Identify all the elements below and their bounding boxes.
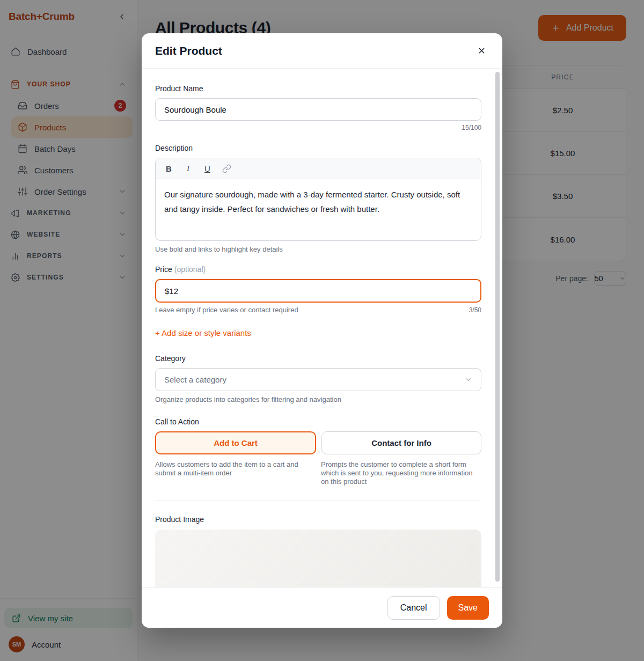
cta-section: Call to Action Add to Cart Contact for I… [155,417,481,486]
cta-option-add-to-cart[interactable]: Add to Cart [155,431,316,454]
product-image-label: Product Image [155,515,481,524]
cta-contact-description: Prompts the customer to complete a short… [321,460,481,486]
link-icon[interactable] [219,161,234,176]
underline-icon[interactable]: U [200,161,215,176]
price-helper: Leave empty if price varies or contact r… [155,306,298,314]
category-select[interactable]: Select a category [155,368,481,391]
description-helper: Use bold and links to highlight key deta… [155,245,481,253]
editor-toolbar: B I U [156,158,481,179]
save-button[interactable]: Save [447,596,489,620]
category-label: Category [155,354,481,363]
modal-header: Edit Product [142,33,502,69]
product-name-counter: 15/100 [155,124,481,131]
product-image-section: Product Image [155,515,481,587]
price-helper-row: Leave empty if price varies or contact r… [155,306,481,314]
category-section: Category Select a category Organize prod… [155,354,481,403]
price-input[interactable] [155,279,481,303]
category-placeholder: Select a category [164,375,226,384]
edit-product-modal: Edit Product Product Name 15/100 Descrip… [142,33,502,628]
italic-icon[interactable]: I [181,161,195,176]
cancel-button[interactable]: Cancel [387,596,440,620]
description-textarea[interactable]: Our signature sourdough, made with a 3-d… [156,179,481,240]
price-section: Price (optional) Leave empty if price va… [155,265,481,314]
cta-add-to-cart-description: Allows customers to add the item to a ca… [155,460,316,486]
bold-icon[interactable]: B [162,161,176,176]
price-counter: 3/50 [469,306,481,314]
product-name-section: Product Name 15/100 [155,84,481,131]
description-section: Description B I U Our signature sourdoug… [155,144,481,253]
modal-scrollbar[interactable] [495,72,500,582]
price-label: Price (optional) [155,265,481,274]
product-name-input[interactable] [155,98,481,121]
product-image-dropzone[interactable] [155,530,481,587]
rich-text-editor: B I U Our signature sourdough, made with… [155,158,481,241]
add-variants-link[interactable]: + Add size or style variants [155,328,251,337]
cta-option-contact-for-info[interactable]: Contact for Info [321,431,481,454]
cta-label: Call to Action [155,417,481,426]
price-optional-label: (optional) [174,265,206,274]
chevron-down-icon [464,376,472,384]
description-label: Description [155,144,481,152]
category-helper: Organize products into categories for fi… [155,395,481,403]
modal-body: Product Name 15/100 Description B I U Ou… [142,69,502,587]
close-icon [477,46,486,55]
section-divider [155,501,481,501]
modal-footer: Cancel Save [142,587,502,628]
close-button[interactable] [477,46,486,55]
cta-descriptions: Allows customers to add the item to a ca… [155,460,481,486]
modal-title: Edit Product [155,45,222,57]
product-name-label: Product Name [155,84,481,93]
cta-options: Add to Cart Contact for Info [155,431,481,454]
